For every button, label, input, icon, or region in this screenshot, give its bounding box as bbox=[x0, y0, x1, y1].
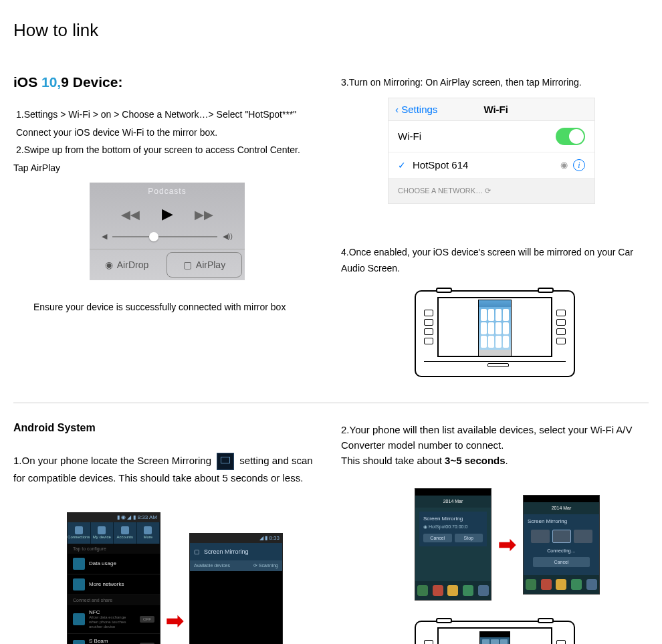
airplay-icon: ▢ bbox=[183, 259, 192, 270]
android-heading: Android System bbox=[13, 422, 321, 434]
play-icon[interactable]: ▶ bbox=[162, 205, 173, 223]
car-audio-unit bbox=[415, 290, 575, 377]
rewind-icon[interactable]: ◀◀ bbox=[121, 207, 140, 222]
choose-network-label: CHOOSE A NETWORK… ⟳ bbox=[389, 179, 594, 203]
mirrored-android-screen bbox=[479, 631, 510, 644]
cast-icon: ▢ bbox=[194, 548, 200, 555]
ios-step-2: 2.Swipe up from the bottom of your scree… bbox=[13, 142, 321, 158]
settings-tabs: Connections My device Accounts More bbox=[68, 522, 160, 544]
ios-step-4: 4.Once enabled, your iOS device's screen… bbox=[341, 244, 649, 277]
airdrop-button[interactable]: ◉AirDrop bbox=[90, 249, 164, 280]
list-item: NFCAllow data exchange when phone touche… bbox=[68, 605, 160, 635]
wifi-signal-icon: ◉ bbox=[560, 160, 568, 170]
cancel-button[interactable]: Cancel bbox=[533, 557, 590, 567]
arrow-icon: ➡ bbox=[498, 532, 516, 557]
car-screen bbox=[437, 297, 552, 357]
wifi-toggle-icon[interactable] bbox=[556, 128, 585, 145]
android-step-1: 1.On your phone locate the Screen Mirror… bbox=[13, 453, 321, 486]
airplay-button[interactable]: ▢AirPlay bbox=[167, 252, 242, 278]
ios-step-2b: Tap AirPlay bbox=[13, 160, 321, 177]
ios-step-1: 1.Settings > Wi-Fi > on > Choose a Netwo… bbox=[13, 106, 321, 123]
ios-ensure-text: Ensure your device is successfully conne… bbox=[13, 299, 321, 316]
mirroring-overlay: Screen Mirroring ◉ HotSpot00:70:00:0 Can… bbox=[419, 512, 487, 546]
mirrored-ios-screen bbox=[478, 300, 512, 356]
cancel-button[interactable]: Cancel bbox=[423, 534, 452, 542]
screen-mirroring-icon bbox=[217, 453, 234, 470]
android-step-2b: This should take about 3~5 seconds. bbox=[341, 453, 649, 468]
android-settings-screenshot: ▮ ◉ ◢ ▮8:33 AM Connections My device Acc… bbox=[67, 512, 160, 644]
ios-step-3: 3.Turn on Mirroring: On AirPlay screen, … bbox=[341, 74, 649, 91]
spinner-icon: ⟳ bbox=[485, 187, 491, 195]
list-item: Data usage bbox=[68, 554, 160, 574]
check-icon: ✓ bbox=[398, 160, 406, 171]
wifi-header-title: Wi-Fi bbox=[404, 104, 588, 115]
android-home-screenshot-2: 2014 Mar Screen Mirroring Connecting… Ca… bbox=[523, 495, 600, 595]
ios-wifi-panel: ‹ Settings Wi-Fi Wi-Fi ✓ HotSpot 614 ◉ i… bbox=[388, 98, 595, 204]
list-item: More networks bbox=[68, 574, 160, 595]
info-icon[interactable]: i bbox=[573, 159, 585, 171]
section-divider bbox=[13, 403, 649, 403]
car-left-buttons bbox=[424, 310, 433, 344]
car-right-buttons bbox=[556, 310, 566, 344]
volume-slider[interactable]: ◀ ◀)) bbox=[90, 223, 245, 249]
android-home-screenshot-1: 2014 Mar Screen Mirroring ◉ HotSpot00:70… bbox=[415, 488, 491, 601]
page-title: How to link bbox=[13, 20, 649, 41]
ios-heading: iOS 10,9 Device: bbox=[13, 74, 321, 90]
android-mirroring-screenshot: ◢ ▮ 8:33 ▢Screen Mirroring Available dev… bbox=[189, 533, 283, 644]
car-audio-unit-android bbox=[415, 621, 575, 644]
wifi-toggle-row[interactable]: Wi-Fi bbox=[389, 121, 594, 152]
android-step-2: 2.Your phone will then list available de… bbox=[341, 422, 649, 453]
podcasts-label: Podcasts bbox=[90, 187, 245, 196]
arrow-icon: ➡ bbox=[166, 608, 184, 633]
forward-icon[interactable]: ▶▶ bbox=[195, 207, 213, 222]
status-icons: ▮ ◉ ◢ ▮ bbox=[117, 514, 136, 520]
stop-button[interactable]: Stop bbox=[455, 534, 483, 542]
volume-high-icon: ◀)) bbox=[223, 232, 233, 241]
control-center: Podcasts ◀◀ ▶ ▶▶ ◀ ◀)) ◉AirDrop ▢AirPlay bbox=[90, 183, 245, 280]
ios-step-1b: Connect your iOS device Wi-Fi to the mir… bbox=[13, 124, 321, 141]
wifi-network-row[interactable]: ✓ HotSpot 614 ◉ i bbox=[389, 152, 594, 179]
list-item: S BeamSend files via NFC and Wi-Fi Direc… bbox=[68, 634, 160, 644]
volume-low-icon: ◀ bbox=[102, 232, 107, 241]
airdrop-icon: ◉ bbox=[105, 259, 113, 270]
